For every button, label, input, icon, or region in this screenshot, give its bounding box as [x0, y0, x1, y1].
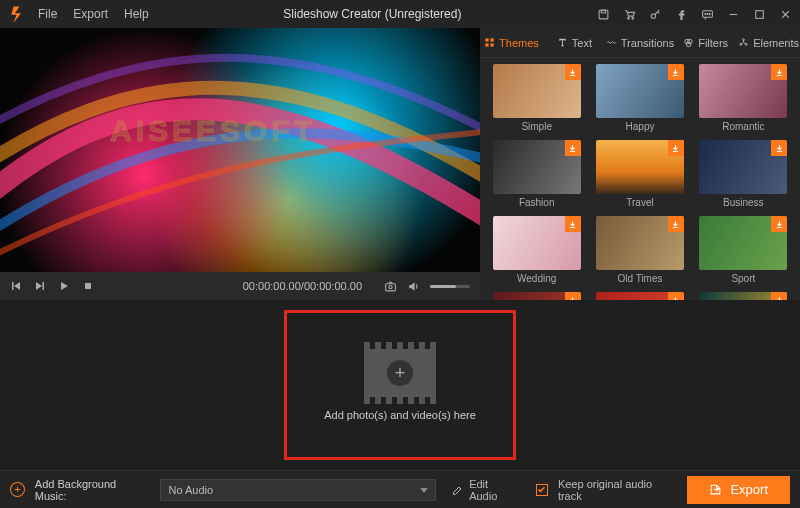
download-icon[interactable] [771, 140, 787, 156]
minimize-icon[interactable] [726, 7, 740, 21]
menu-file[interactable]: File [38, 7, 57, 21]
theme-thumbnail [596, 140, 684, 194]
svg-rect-19 [490, 38, 493, 41]
save-icon[interactable] [596, 7, 610, 21]
next-button[interactable] [34, 280, 46, 292]
svg-rect-1 [601, 10, 605, 13]
theme-label: Old Times [617, 273, 662, 284]
export-label: Export [730, 482, 768, 497]
tab-label: Filters [698, 37, 728, 49]
keep-original-label: Keep original audio track [558, 478, 678, 502]
close-icon[interactable] [778, 7, 792, 21]
window-title: Slideshow Creator (Unregistered) [149, 7, 596, 21]
main-row: AISEESOFT 00:00:00.00/00:00:00.00 Themes [0, 28, 800, 300]
svg-rect-15 [85, 283, 91, 289]
theme-label: Travel [626, 197, 653, 208]
theme-item[interactable]: Wedding [488, 216, 585, 288]
svg-rect-14 [43, 282, 45, 290]
download-icon[interactable] [771, 216, 787, 232]
tab-transitions[interactable]: Transitions [606, 28, 674, 57]
download-icon[interactable] [565, 140, 581, 156]
tab-label: Text [572, 37, 592, 49]
bgm-label: Add Background Music: [35, 478, 150, 502]
app-logo-icon [8, 4, 28, 24]
svg-rect-10 [755, 10, 763, 18]
theme-label: Fashion [519, 197, 555, 208]
theme-label: Business [723, 197, 764, 208]
theme-item[interactable]: Business [695, 140, 792, 212]
theme-label: Sport [731, 273, 755, 284]
themes-grid: SimpleHappyRomanticFashionTravelBusiness… [480, 58, 800, 300]
preview-canvas[interactable]: AISEESOFT [0, 28, 480, 272]
svg-point-4 [651, 13, 655, 17]
timeline-area: + Add photo(s) and video(s) here [0, 300, 800, 470]
preview-watermark: AISEESOFT [110, 114, 316, 148]
theme-item[interactable]: Sport [695, 216, 792, 288]
svg-rect-13 [12, 282, 14, 290]
theme-thumbnail [493, 140, 581, 194]
theme-item[interactable]: Christmas3 [695, 292, 792, 300]
add-bgm-button[interactable]: + [10, 482, 25, 497]
stop-button[interactable] [82, 280, 94, 292]
plus-icon: + [387, 360, 413, 386]
download-icon[interactable] [668, 216, 684, 232]
time-display: 00:00:00.00/00:00:00.00 [243, 280, 362, 292]
panel-tabs: Themes Text Transitions Filters Elements [480, 28, 800, 58]
download-icon[interactable] [565, 64, 581, 80]
snapshot-icon[interactable] [384, 280, 397, 293]
svg-point-24 [686, 42, 691, 47]
download-icon[interactable] [771, 292, 787, 300]
menu-help[interactable]: Help [124, 7, 149, 21]
bottom-bar: + Add Background Music: No Audio Edit Au… [0, 470, 800, 508]
theme-thumbnail [493, 292, 581, 300]
prev-button[interactable] [10, 280, 22, 292]
theme-thumbnail [493, 216, 581, 270]
keep-original-checkbox[interactable] [536, 484, 548, 496]
theme-item[interactable]: Christmas2 [591, 292, 688, 300]
theme-item[interactable]: Christmas [488, 292, 585, 300]
theme-thumbnail [596, 216, 684, 270]
key-icon[interactable] [648, 7, 662, 21]
download-icon[interactable] [565, 292, 581, 300]
download-icon[interactable] [565, 216, 581, 232]
volume-slider[interactable] [430, 285, 470, 288]
theme-item[interactable]: Simple [488, 64, 585, 136]
theme-item[interactable]: Fashion [488, 140, 585, 212]
add-media-button[interactable]: + [364, 349, 436, 397]
theme-item[interactable]: Romantic [695, 64, 792, 136]
theme-item[interactable]: Old Times [591, 216, 688, 288]
edit-audio-button[interactable]: Edit Audio [452, 478, 518, 502]
svg-rect-20 [485, 43, 488, 46]
theme-item[interactable]: Happy [591, 64, 688, 136]
svg-point-8 [709, 13, 710, 14]
tab-text[interactable]: Text [543, 28, 606, 57]
theme-item[interactable]: Travel [591, 140, 688, 212]
main-menu: File Export Help [38, 7, 149, 21]
facebook-icon[interactable] [674, 7, 688, 21]
download-icon[interactable] [668, 292, 684, 300]
audio-select[interactable]: No Audio [160, 479, 437, 501]
feedback-icon[interactable] [700, 7, 714, 21]
svg-rect-21 [490, 43, 493, 46]
theme-thumbnail [699, 216, 787, 270]
cart-icon[interactable] [622, 7, 636, 21]
download-icon[interactable] [668, 140, 684, 156]
maximize-icon[interactable] [752, 7, 766, 21]
edit-audio-label: Edit Audio [469, 478, 518, 502]
svg-point-6 [704, 13, 705, 14]
tab-label: Themes [499, 37, 539, 49]
tab-filters[interactable]: Filters [674, 28, 737, 57]
theme-thumbnail [596, 64, 684, 118]
download-icon[interactable] [771, 64, 787, 80]
export-button[interactable]: Export [687, 476, 790, 504]
svg-point-3 [631, 17, 633, 19]
download-icon[interactable] [668, 64, 684, 80]
menu-export[interactable]: Export [73, 7, 108, 21]
tab-themes[interactable]: Themes [480, 28, 543, 57]
play-button[interactable] [58, 280, 70, 292]
player-controls: 00:00:00.00/00:00:00.00 [0, 272, 480, 300]
tab-elements[interactable]: Elements [737, 28, 800, 57]
svg-rect-0 [599, 10, 608, 19]
volume-icon[interactable] [407, 280, 420, 293]
svg-point-2 [627, 17, 629, 19]
